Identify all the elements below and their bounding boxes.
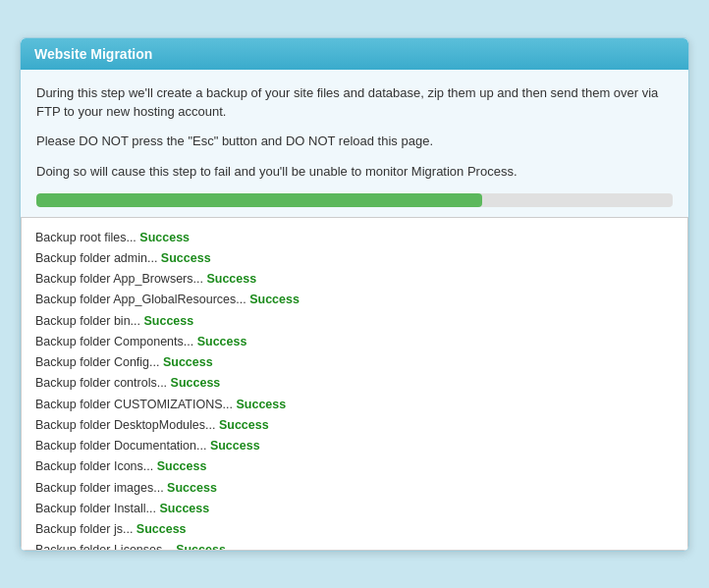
log-status: Success bbox=[236, 398, 286, 411]
progress-bar-fill bbox=[36, 193, 482, 207]
log-item: Backup folder DesktopModules... Success bbox=[35, 415, 674, 436]
log-item: Backup folder js... Success bbox=[35, 519, 674, 540]
info-paragraph1: During this step we'll create a backup o… bbox=[36, 83, 673, 122]
window-title: Website Migration bbox=[34, 46, 152, 62]
warning-paragraph2: Please DO NOT press the "Esc" button and… bbox=[36, 132, 673, 151]
log-item: Backup folder bin... Success bbox=[35, 311, 674, 332]
log-status: Success bbox=[161, 251, 211, 265]
log-status: Success bbox=[167, 481, 217, 495]
log-status: Success bbox=[139, 231, 190, 244]
log-item: Backup folder Config... Success bbox=[35, 352, 674, 373]
log-item: Backup root files... Success bbox=[35, 228, 674, 248]
main-window: Website Migration During this step we'll… bbox=[20, 37, 689, 552]
log-status: Success bbox=[171, 376, 221, 390]
log-item: Backup folder images... Success bbox=[35, 478, 674, 499]
log-status: Success bbox=[176, 543, 226, 550]
log-item: Backup folder App_Browsers... Success bbox=[35, 269, 674, 290]
log-status: Success bbox=[219, 418, 269, 432]
log-status: Success bbox=[157, 459, 207, 473]
log-status: Success bbox=[159, 502, 209, 515]
log-item: Backup folder CUSTOMIZATIONS... Success bbox=[35, 395, 674, 415]
log-item: Backup folder Components... Success bbox=[35, 332, 674, 352]
content-area: During this step we'll create a backup o… bbox=[21, 70, 688, 217]
log-status: Success bbox=[210, 439, 260, 453]
log-item: Backup folder Install... Success bbox=[35, 499, 674, 519]
title-bar: Website Migration bbox=[21, 38, 688, 70]
log-area: Backup root files... SuccessBackup folde… bbox=[21, 217, 688, 551]
log-item: Backup folder Licenses... Success bbox=[35, 540, 674, 550]
warning-paragraph3: Doing so will cause this step to fail an… bbox=[36, 162, 673, 182]
progress-bar-container bbox=[36, 193, 673, 207]
log-item: Backup folder App_GlobalResources... Suc… bbox=[35, 290, 674, 310]
log-status: Success bbox=[163, 355, 213, 369]
log-item: Backup folder controls... Success bbox=[35, 373, 674, 394]
log-status: Success bbox=[249, 293, 300, 306]
log-item: Backup folder Icons... Success bbox=[35, 456, 674, 477]
log-item: Backup folder Documentation... Success bbox=[35, 436, 674, 456]
log-status: Success bbox=[143, 314, 193, 328]
log-status: Success bbox=[136, 522, 187, 536]
log-status: Success bbox=[197, 335, 247, 348]
log-item: Backup folder admin... Success bbox=[35, 248, 674, 269]
log-status: Success bbox=[206, 272, 256, 286]
